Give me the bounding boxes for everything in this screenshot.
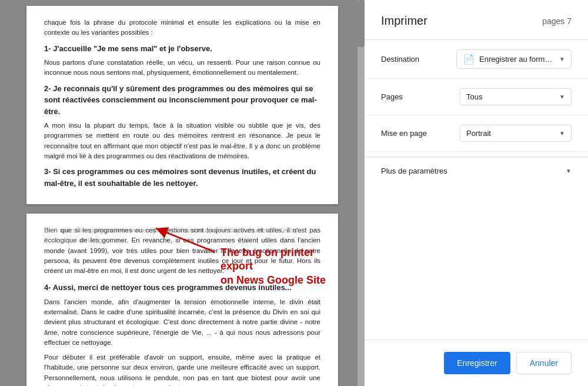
scrollbar-track[interactable] [358,0,365,386]
print-title: Imprimer [381,14,427,28]
bug-annotation-text: The bug on printer export on News Google… [220,246,338,287]
more-settings-arrow: ▼ [566,168,572,174]
page2-section4-body2: Pour débuter il est préférable d'avoir u… [44,352,320,386]
page1-section2-body: A mon insu la plupart du temps, face à l… [44,121,320,161]
destination-row: Destination 📄 Enregistrer au format P ▼ [365,40,588,79]
pages-dropdown-arrow: ▼ [559,94,565,100]
print-footer: Enregistrer Annuler [365,340,588,386]
page1-intro: chaque fois la phrase du protocole minim… [44,18,320,38]
destination-control-inner: 📄 Enregistrer au format P [463,54,556,65]
page1-section2-title: 2- Je reconnais qu'il y sûrement des pro… [44,83,320,118]
page-card-2-container: Bien que si les programmes ou ces questi… [26,214,338,386]
page1-section1-title: 1- J'accueille "Je me sens mal" et je l'… [44,43,320,55]
page1-section3-title: 3- Si ces programmes ou ces mémoires son… [44,166,320,189]
destination-dropdown-arrow: ▼ [559,56,565,62]
destination-label: Destination [381,55,434,64]
destination-value: Enregistrer au format P [479,55,556,64]
pages-control[interactable]: Tous ▼ [460,88,572,105]
layout-label: Mise en page [381,129,434,138]
destination-control[interactable]: 📄 Enregistrer au format P ▼ [456,49,572,69]
layout-control-inner: Portrait [466,129,491,138]
layout-control[interactable]: Portrait ▼ [460,125,572,142]
scrollbar-thumb[interactable] [358,0,365,47]
page2-section4-body1: Dans l'ancien monde, afin d'augmenter la… [44,297,320,348]
pages-control-inner: Tous [466,92,482,101]
cancel-button[interactable]: Annuler [516,352,572,374]
print-options: Destination 📄 Enregistrer au format P ▼ … [365,40,588,340]
page-card-1: chaque fois la phrase du protocole minim… [26,6,338,204]
page1-section1-body: Nous partons d'une constatation réelle, … [44,58,320,78]
save-button[interactable]: Enregistrer [444,352,510,374]
print-dialog: Imprimer pages 7 Destination 📄 Enregistr… [365,0,588,386]
pages-row: Pages Tous ▼ [365,79,588,115]
pages-label: Pages [381,92,434,101]
print-header: Imprimer pages 7 [365,0,588,40]
layout-row: Mise en page Portrait ▼ [365,115,588,152]
bug-arrow [150,222,220,258]
more-settings-label: Plus de paramètres [381,167,447,175]
file-icon: 📄 [463,54,475,65]
layout-value: Portrait [466,129,491,138]
layout-dropdown-arrow: ▼ [559,130,565,137]
bug-annotation: The bug on printer export on News Google… [220,246,338,287]
more-settings-row[interactable]: Plus de paramètres ▼ [365,157,588,185]
print-pages-info: pages 7 [542,16,572,26]
document-preview: chaque fois la phrase du protocole minim… [0,0,365,386]
pages-value: Tous [466,92,482,101]
